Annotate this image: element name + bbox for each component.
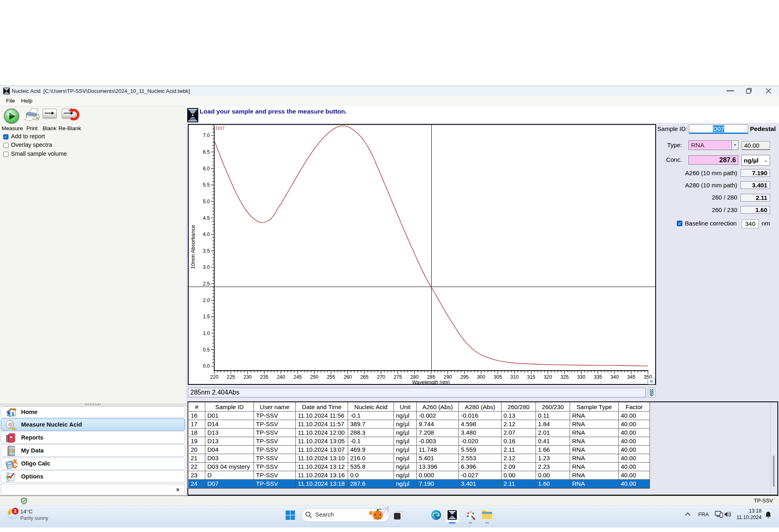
svg-text:330: 330: [577, 374, 585, 380]
svg-text:6.0: 6.0: [203, 166, 210, 172]
svg-text:5.0: 5.0: [203, 199, 210, 204]
svg-text:3.5: 3.5: [203, 248, 210, 254]
svg-text:290: 290: [443, 374, 452, 380]
svg-text:250: 250: [310, 374, 318, 380]
svg-text:1.0: 1.0: [203, 330, 210, 336]
svg-text:275: 275: [394, 374, 402, 380]
svg-text:0.0: 0.0: [203, 363, 210, 369]
svg-text:320: 320: [544, 374, 552, 380]
svg-text:225: 225: [227, 374, 235, 380]
svg-text:2.5: 2.5: [203, 281, 210, 287]
svg-text:235: 235: [260, 374, 269, 380]
svg-text:10mm Absorbance: 10mm Absorbance: [190, 225, 196, 269]
svg-text:285: 285: [427, 374, 435, 380]
svg-text:255: 255: [327, 374, 336, 380]
svg-text:4.5: 4.5: [203, 215, 210, 221]
svg-text:335: 335: [594, 374, 602, 380]
svg-text:D07: D07: [216, 125, 225, 131]
svg-text:345: 345: [627, 374, 636, 380]
svg-text:1.5: 1.5: [203, 314, 210, 320]
svg-text:305: 305: [494, 374, 502, 380]
svg-text:Wavelength (nm): Wavelength (nm): [412, 380, 450, 385]
svg-text:325: 325: [560, 374, 569, 380]
svg-text:7.0: 7.0: [203, 133, 210, 138]
svg-text:260: 260: [344, 374, 352, 380]
svg-text:315: 315: [527, 374, 536, 380]
svg-text:0.5: 0.5: [203, 347, 210, 353]
svg-text:3.0: 3.0: [203, 264, 210, 270]
svg-text:220: 220: [210, 374, 219, 380]
svg-text:2.0: 2.0: [203, 298, 210, 303]
svg-text:295: 295: [460, 374, 469, 380]
svg-text:270: 270: [377, 374, 385, 380]
svg-text:230: 230: [243, 374, 252, 380]
svg-text:340: 340: [611, 374, 619, 380]
svg-text:300: 300: [477, 374, 486, 380]
svg-text:6.5: 6.5: [203, 149, 210, 155]
svg-text:245: 245: [293, 374, 302, 380]
svg-text:280: 280: [410, 374, 419, 380]
svg-text:265: 265: [360, 374, 369, 380]
svg-text:310: 310: [510, 374, 519, 380]
svg-text:5.5: 5.5: [203, 182, 210, 188]
svg-text:240: 240: [277, 374, 285, 380]
svg-text:4.0: 4.0: [203, 232, 210, 237]
